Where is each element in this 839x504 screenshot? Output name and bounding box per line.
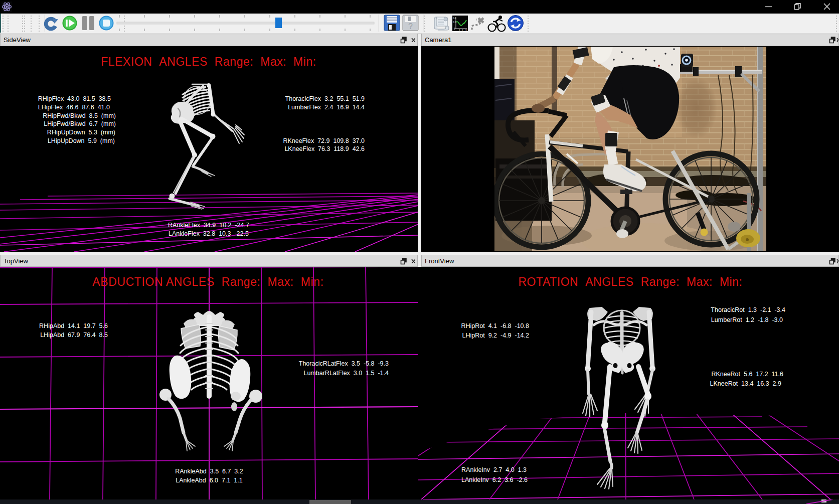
svg-text:LHipAbd 67.9 76.4 8.5: LHipAbd 67.9 76.4 8.5 xyxy=(40,331,108,339)
svg-text:LKneeRot 13.4 16.3 2.9: LKneeRot 13.4 16.3 2.9 xyxy=(710,380,782,387)
svg-text:RKneeFlex 72.9 109.8 37.0: RKneeFlex 72.9 109.8 37.0 xyxy=(283,137,365,144)
svg-text:ThoracicRot 1.3 -2.1 -3.4: ThoracicRot 1.3 -2.1 -3.4 xyxy=(711,306,785,313)
svg-text:LHipFwd/Bkwd 6.7 (mm): LHipFwd/Bkwd 6.7 (mm) xyxy=(44,120,116,127)
svg-text:RAnkleInv 2.7 4.0 1.3: RAnkleInv 2.7 4.0 1.3 xyxy=(461,466,527,473)
svg-text:RHipFwd/Bkwd 8.5 (mm): RHipFwd/Bkwd 8.5 (mm) xyxy=(43,112,116,119)
svg-text:LHipRot 9.2 -4.9 -14.2: LHipRot 9.2 -4.9 -14.2 xyxy=(462,332,529,339)
svg-text:0.2: 0.2 xyxy=(453,21,456,24)
svg-text:FLEXION ANGLES Range: Max:: FLEXION ANGLES Range: Max: Min: xyxy=(101,55,316,68)
svg-text:?: ? xyxy=(408,22,413,31)
svg-text:RAnkleAbd 3.5 6.7 3.2: RAnkleAbd 3.5 6.7 3.2 xyxy=(175,468,243,475)
svg-text:LAnkleAbd 6.0 7.1 1.1: LAnkleAbd 6.0 7.1 1.1 xyxy=(176,477,242,484)
svg-text:LAnkleInv 6.2 3.6 -2.6: LAnkleInv 6.2 3.6 -2.6 xyxy=(461,476,528,483)
svg-text:LumberRot 1.2 -1.8 -3.0: LumberRot 1.2 -1.8 -3.0 xyxy=(711,316,783,323)
svg-text:LHipUpDown 5.9 (mm): LHipUpDown 5.9 (mm) xyxy=(48,137,115,144)
svg-text:RHipRot 4.1 -6.8 -10.8: RHipRot 4.1 -6.8 -10.8 xyxy=(461,322,530,329)
svg-text:RAnkleFlex 34.9 10.2 -24.7: RAnkleFlex 34.9 10.2 -24.7 xyxy=(168,222,249,229)
svg-text:ABDUCTION ANGLES Range: Max:: ABDUCTION ANGLES Range: Max: Min: xyxy=(92,275,323,288)
svg-text:RHipUpDown 5.3 (mm): RHipUpDown 5.3 (mm) xyxy=(47,129,115,136)
svg-text:RHipAbd 14.1 19.7 5.6: RHipAbd 14.1 19.7 5.6 xyxy=(39,322,108,329)
svg-text:LumbarFlex 2.4 16.9 14.4: LumbarFlex 2.4 16.9 14.4 xyxy=(288,104,365,111)
svg-text:ThoracicRLatFlex 3.5 -5.8 -: ThoracicRLatFlex 3.5 -5.8 -9.3 xyxy=(299,360,389,367)
svg-text:LHipFlex 46.6 87.6 41.0: LHipFlex 46.6 87.6 41.0 xyxy=(38,104,110,111)
svg-text:ROTATION ANGLES Range: Max:: ROTATION ANGLES Range: Max: Min: xyxy=(518,275,742,288)
svg-text:LumbarRLatFlex 3.0 1.5 -1.4: LumbarRLatFlex 3.0 1.5 -1.4 xyxy=(303,370,389,377)
svg-text:ThoracicFlex 3.2 55.1 51.9: ThoracicFlex 3.2 55.1 51.9 xyxy=(285,95,365,102)
svg-text:LKneeFlex 76.3 118.9 42.6: LKneeFlex 76.3 118.9 42.6 xyxy=(284,145,365,152)
svg-text:LAnkleFlex 32.8 10.3 -22.5: LAnkleFlex 32.8 10.3 -22.5 xyxy=(169,230,249,237)
svg-text:0.4: 0.4 xyxy=(453,17,456,20)
svg-text:RHipFlex 43.0 81.5 38.5: RHipFlex 43.0 81.5 38.5 xyxy=(38,95,111,102)
svg-text:RKneeRot 5.6 17.2 11.6: RKneeRot 5.6 17.2 11.6 xyxy=(711,371,783,378)
